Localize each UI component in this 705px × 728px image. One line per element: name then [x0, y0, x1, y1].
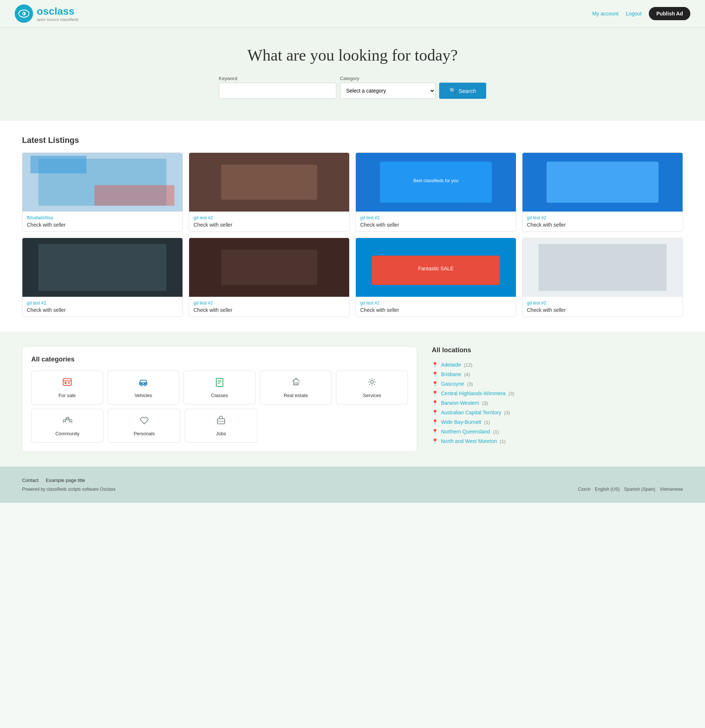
- category-label-realestate: Real estate: [263, 393, 329, 398]
- category-label-services: Services: [339, 393, 405, 398]
- listing-thumbnail: [189, 238, 349, 297]
- category-item-forsale[interactable]: For sale: [31, 371, 103, 404]
- svg-rect-29: [63, 379, 71, 385]
- location-pin-icon: 📍: [432, 371, 438, 377]
- listing-card[interactable]: Fantastic SALE gd test #2Check with sell…: [355, 238, 516, 317]
- header: osclass open source classifieds My accou…: [0, 0, 705, 27]
- listing-category: gd test #2: [27, 300, 178, 306]
- footer-link[interactable]: Example page title: [46, 478, 85, 483]
- location-item: 📍 Barwon-Western (3): [432, 398, 683, 408]
- location-link[interactable]: Northern Queensland: [441, 429, 490, 435]
- svg-rect-31: [65, 382, 66, 384]
- listing-info: gd test #2Check with seller: [522, 297, 683, 316]
- listing-category: gd test #2: [360, 300, 512, 306]
- location-item: 📍 North and West Moreton (1): [432, 436, 683, 446]
- svg-rect-21: [221, 250, 317, 285]
- hero-headline: What are you looking for today?: [7, 46, 698, 65]
- listing-card[interactable]: gd test #2Check with seller: [522, 238, 683, 317]
- category-item-classes[interactable]: Classes: [184, 371, 255, 404]
- listing-card[interactable]: Best classifieds for you gd test #2Check…: [355, 152, 516, 232]
- category-item-jobs[interactable]: Jobs: [185, 409, 257, 443]
- category-icon-realestate: [263, 377, 329, 390]
- category-label-forsale: For sale: [35, 393, 100, 398]
- footer-language-link[interactable]: English (US): [595, 487, 620, 492]
- listing-card[interactable]: gd test #2Check with seller: [522, 152, 683, 232]
- footer-bottom: Powered by classifieds scripts software …: [22, 487, 683, 492]
- my-account-link[interactable]: My account: [592, 11, 619, 17]
- listing-price: Check with seller: [193, 307, 345, 313]
- location-link[interactable]: Adelaide: [441, 362, 461, 368]
- locations-panel: All locations 📍 Adelaide (12) 📍 Brisbane…: [432, 347, 683, 452]
- logo-subtitle: open source classifieds: [37, 17, 79, 22]
- listing-thumbnail: Best classifieds for you: [356, 153, 516, 212]
- location-link[interactable]: Gascoyne: [441, 381, 464, 387]
- footer-language-link[interactable]: Czech: [578, 487, 590, 492]
- category-label-jobs: Jobs: [188, 431, 254, 436]
- logo-name: osclass: [37, 6, 79, 17]
- location-pin-icon: 📍: [432, 410, 438, 415]
- category-select[interactable]: Select a category For sale Vehicles Clas…: [340, 83, 435, 99]
- listing-info: gd test #2Check with seller: [22, 297, 183, 316]
- listing-thumbnail: [522, 153, 683, 212]
- footer-links: ContactExample page title: [22, 478, 683, 483]
- svg-text:Fantastic SALE: Fantastic SALE: [418, 266, 454, 272]
- location-link[interactable]: Central Highlands-Wimmera: [441, 390, 506, 396]
- category-item-community[interactable]: Community: [31, 409, 104, 443]
- category-label: Category: [340, 76, 435, 81]
- category-label-vehicles: Vehicles: [111, 393, 176, 398]
- location-link[interactable]: Australian Capital Territory: [441, 410, 501, 415]
- listing-card[interactable]: gd test #2Check with seller: [22, 238, 183, 317]
- category-label-community: Community: [35, 431, 100, 436]
- listing-thumbnail: Fantastic SALE: [356, 238, 516, 297]
- listing-info: gd test #2Check with seller: [356, 212, 516, 231]
- location-count: (4): [464, 372, 470, 377]
- location-link[interactable]: Barwon-Western: [441, 400, 479, 406]
- category-icon-vehicles: [111, 377, 176, 390]
- listing-thumbnail: [522, 238, 683, 297]
- listing-category: gd test #2: [527, 300, 678, 306]
- listing-card[interactable]: gd test #2Check with seller: [189, 238, 350, 317]
- location-count: (3): [482, 400, 488, 406]
- svg-rect-33: [68, 383, 70, 384]
- listing-card[interactable]: ffdsafadsfdsaCheck with seller: [22, 152, 183, 232]
- listing-thumbnail: [189, 153, 349, 212]
- locations-title: All locations: [432, 347, 683, 354]
- footer-language-link[interactable]: Vietnamese: [660, 487, 683, 492]
- location-link[interactable]: North and West Moreton: [441, 438, 497, 444]
- location-pin-icon: 📍: [432, 381, 438, 387]
- category-item-personals[interactable]: Personals: [108, 409, 180, 443]
- listing-price: Check with seller: [27, 307, 178, 313]
- categories-panel: All categories For sale Vehicles Classes…: [22, 347, 417, 452]
- location-item: 📍 Adelaide (12): [432, 360, 683, 370]
- category-item-realestate[interactable]: Real estate: [260, 371, 332, 404]
- location-count: (1): [493, 429, 499, 435]
- publish-ad-button[interactable]: Publish Ad: [649, 7, 690, 20]
- logo-area: osclass open source classifieds: [15, 4, 79, 23]
- listing-thumbnail: [22, 153, 183, 212]
- search-button-label: Search: [458, 88, 476, 94]
- location-link[interactable]: Brisbane: [441, 371, 461, 377]
- listing-price: Check with seller: [193, 222, 345, 228]
- location-count: (3): [504, 410, 510, 415]
- location-pin-icon: 📍: [432, 438, 438, 444]
- logout-link[interactable]: Logout: [626, 11, 642, 17]
- category-item-services[interactable]: Services: [336, 371, 408, 404]
- logo-icon: [15, 4, 33, 23]
- location-link[interactable]: Wide Bay-Burnett: [441, 419, 482, 425]
- footer-language-link[interactable]: Spanish (Spain): [624, 487, 655, 492]
- listing-category: gd test #2: [360, 215, 512, 220]
- svg-point-42: [371, 381, 373, 383]
- location-count: (1): [500, 439, 506, 444]
- footer-link[interactable]: Contact: [22, 478, 39, 483]
- category-item-vehicles[interactable]: Vehicles: [108, 371, 180, 404]
- category-icon-services: [339, 377, 405, 390]
- listing-category: gd test #2: [193, 215, 345, 220]
- listing-card[interactable]: gd test #2Check with seller: [189, 152, 350, 232]
- keyword-label: Keyword: [219, 76, 336, 81]
- logo-text: osclass open source classifieds: [37, 6, 79, 22]
- location-count: (3): [509, 391, 515, 396]
- keyword-input[interactable]: [219, 83, 336, 99]
- categories-grid-row2: Community Personals Jobs: [31, 409, 257, 443]
- location-count: (1): [484, 419, 490, 425]
- search-button[interactable]: 🔍 Search: [439, 83, 487, 99]
